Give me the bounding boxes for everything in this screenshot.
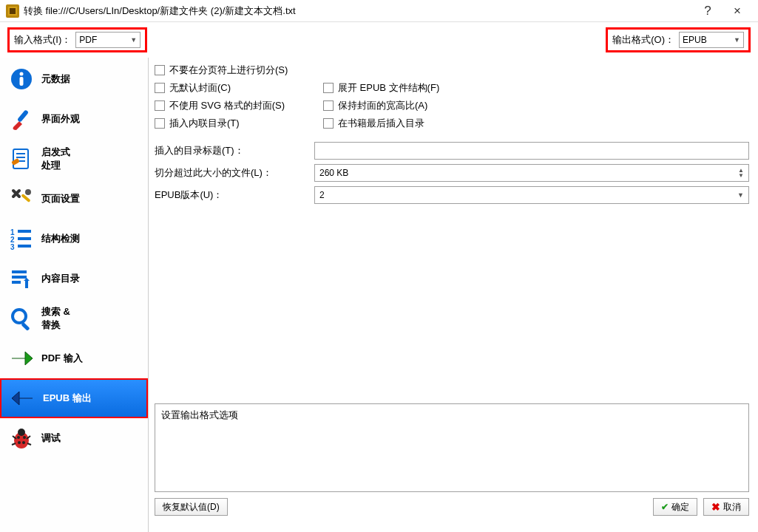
- sidebar-item-label: 界面外观: [41, 112, 80, 126]
- cancel-button[interactable]: ✖ 取消: [703, 498, 749, 516]
- checkbox-label: 不使用 SVG 格式的封面(S): [169, 99, 285, 112]
- svg-point-25: [18, 429, 25, 436]
- checkbox-no-svg-cover[interactable]: 不使用 SVG 格式的封面(S): [155, 99, 310, 112]
- checkbox-insert-inline-toc[interactable]: 插入内联目录(T): [155, 117, 310, 130]
- hand-list-icon: [9, 266, 34, 291]
- sidebar-item-page-setup[interactable]: 页面设置: [0, 179, 148, 219]
- checkbox-grid: 不要在分页符上进行切分(S) 无默认封面(C) 展开 EPUB 文件结构(F) …: [155, 64, 749, 130]
- input-format-box: 输入格式(I)： PDF ▼: [7, 27, 147, 52]
- checkbox-label: 在书籍最后插入目录: [338, 117, 424, 130]
- spinner-buttons[interactable]: ▲▼: [738, 168, 744, 178]
- settings-tools-icon: [9, 186, 34, 211]
- output-format-select[interactable]: EPUB ▼: [679, 32, 744, 48]
- help-button[interactable]: ?: [693, 4, 723, 18]
- svg-point-3: [20, 72, 24, 76]
- sidebar-item-toc[interactable]: 内容目录: [0, 259, 148, 299]
- checkbox-no-split-pagebreak[interactable]: 不要在分页符上进行切分(S): [155, 64, 310, 77]
- content-panel: 不要在分页符上进行切分(S) 无默认封面(C) 展开 EPUB 文件结构(F) …: [149, 58, 758, 532]
- ok-button[interactable]: ✔ 确定: [653, 498, 697, 516]
- sidebar-item-label: 搜索 & 替换: [41, 305, 70, 332]
- checkbox-label: 不要在分页符上进行切分(S): [169, 64, 288, 77]
- list-123-icon: 123: [9, 226, 34, 251]
- window-title: 转换 file:///C/Users/LIn/Desktop/新建文件夹 (2)…: [24, 4, 693, 18]
- output-format-value: EPUB: [683, 35, 707, 45]
- svg-rect-6: [13, 149, 28, 168]
- sidebar-item-label: 调试: [41, 432, 61, 445]
- sidebar-item-label: 元数据: [41, 72, 70, 86]
- checkbox-toc-at-end[interactable]: 在书籍最后插入目录: [323, 117, 424, 130]
- sidebar-item-label: 内容目录: [41, 272, 80, 285]
- checkbox-label: 展开 EPUB 文件结构(F): [338, 81, 439, 95]
- arrow-left-icon: [10, 386, 35, 411]
- svg-rect-16: [18, 230, 31, 233]
- sidebar: 元数据 界面外观 启发式 处理 页面设置 123 结构检测: [0, 58, 149, 532]
- brush-icon: [9, 106, 34, 132]
- svg-line-32: [12, 443, 16, 445]
- button-label: 恢复默认值(D): [163, 501, 220, 514]
- field-label: EPUB版本(U)：: [155, 188, 308, 202]
- svg-rect-4: [20, 77, 24, 86]
- checkbox-box: [323, 83, 334, 93]
- field-label: 切分超过此大小的文件(L)：: [155, 166, 308, 180]
- checkbox-box: [155, 83, 165, 93]
- svg-rect-11: [21, 194, 30, 202]
- svg-rect-19: [12, 270, 27, 273]
- field-epub-version: EPUB版本(U)： 2 ▼: [155, 186, 749, 204]
- toc-title-input[interactable]: [314, 142, 749, 160]
- svg-rect-17: [18, 237, 31, 240]
- title-bar: 转换 file:///C/Users/LIn/Desktop/新建文件夹 (2)…: [0, 0, 758, 22]
- checkbox-box: [155, 118, 165, 129]
- sidebar-item-label: 页面设置: [41, 192, 80, 205]
- checkbox-keep-cover-ratio[interactable]: 保持封面的宽高比(A): [323, 99, 427, 112]
- sidebar-item-search[interactable]: 搜索 & 替换: [0, 299, 148, 338]
- input-format-label: 输入格式(I)：: [14, 33, 71, 47]
- button-label: 确定: [671, 501, 689, 514]
- checkbox-box: [155, 65, 165, 75]
- sidebar-item-heuristic[interactable]: 启发式 处理: [0, 139, 148, 179]
- sidebar-item-structure[interactable]: 123 结构检测: [0, 219, 148, 259]
- restore-defaults-button[interactable]: 恢复默认值(D): [155, 498, 228, 516]
- field-label: 插入的目录标题(T)：: [155, 144, 308, 157]
- description-text: 设置输出格式选项: [161, 409, 238, 420]
- sidebar-item-debug[interactable]: 调试: [0, 418, 148, 458]
- svg-point-12: [25, 189, 31, 195]
- sidebar-item-epub-output[interactable]: EPUB 输出: [0, 378, 148, 418]
- svg-rect-1: [10, 8, 16, 14]
- chevron-down-icon: ▼: [734, 36, 740, 44]
- sidebar-item-label: 启发式 处理: [41, 146, 70, 172]
- checkbox-expand-epub[interactable]: 展开 EPUB 文件结构(F): [323, 81, 439, 95]
- svg-rect-5: [17, 109, 29, 123]
- sidebar-item-pdf-input[interactable]: PDF 输入: [0, 338, 148, 378]
- epub-version-select[interactable]: 2 ▼: [314, 186, 749, 204]
- sidebar-item-look[interactable]: 界面外观: [0, 99, 148, 139]
- checkbox-box: [323, 118, 334, 129]
- checkbox-box: [155, 100, 165, 111]
- app-icon: [6, 4, 19, 18]
- output-format-label: 输出格式(O)：: [612, 33, 674, 47]
- heuristic-icon: [9, 146, 34, 171]
- arrow-right-icon: [9, 346, 34, 371]
- split-size-spinner[interactable]: 260 KB ▲▼: [314, 164, 749, 182]
- svg-rect-20: [12, 276, 27, 279]
- info-icon: [9, 66, 34, 92]
- checkbox-no-default-cover[interactable]: 无默认封面(C): [155, 81, 310, 95]
- main-area: 元数据 界面外观 启发式 处理 页面设置 123 结构检测: [0, 58, 758, 532]
- close-button[interactable]: ×: [723, 4, 752, 18]
- svg-rect-21: [12, 281, 21, 284]
- chevron-down-icon: ▼: [737, 191, 744, 199]
- input-format-value: PDF: [79, 35, 97, 45]
- checkbox-label: 插入内联目录(T): [169, 117, 240, 130]
- bug-icon: [9, 426, 34, 451]
- chevron-down-icon: ▼: [130, 36, 137, 44]
- checkbox-label: 保持封面的宽高比(A): [338, 99, 427, 112]
- svg-text:3: 3: [10, 243, 15, 251]
- split-size-value: 260 KB: [319, 168, 348, 178]
- svg-point-29: [22, 441, 25, 444]
- output-format-box: 输出格式(O)： EPUB ▼: [606, 27, 751, 52]
- button-label: 取消: [723, 501, 741, 514]
- input-format-select[interactable]: PDF ▼: [75, 32, 141, 48]
- sidebar-item-metadata[interactable]: 元数据: [0, 59, 148, 99]
- epub-version-value: 2: [319, 190, 325, 200]
- check-icon: ✔: [661, 502, 669, 512]
- svg-rect-23: [21, 322, 30, 331]
